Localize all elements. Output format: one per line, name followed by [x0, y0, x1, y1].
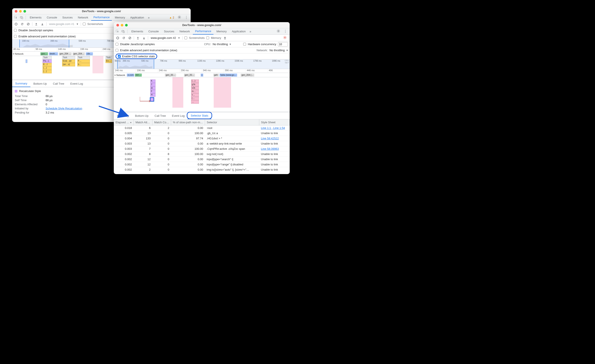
col-stylesheet[interactable]: Style Sheet — [259, 119, 290, 126]
screenshots-checkbox[interactable] — [184, 36, 187, 39]
tab-selector-stats[interactable]: Selector Stats — [188, 112, 211, 119]
table-row[interactable]: 0.00288100.00svg:not(:root)Unable to lin… — [114, 152, 290, 157]
gear-icon[interactable] — [176, 15, 182, 20]
screenshots-checkbox[interactable] — [83, 23, 85, 25]
disable-js-checkbox[interactable] — [115, 43, 118, 46]
selector-stats-table[interactable]: Elapsed … Match Att… Match Co… % of slow… — [114, 119, 290, 172]
tab-bottom-up[interactable]: Bottom-Up — [132, 112, 152, 119]
tab-event-log[interactable]: Event Log — [169, 112, 188, 119]
titlebar[interactable]: DevTools - www.google.com/ — [12, 8, 191, 14]
tab-console[interactable]: Console — [44, 14, 59, 21]
tab-network[interactable]: Network — [177, 28, 192, 35]
net-pill[interactable]: m=… — [135, 74, 142, 77]
tab-call-tree[interactable]: Call Tree — [50, 80, 67, 87]
tab-application[interactable]: Application — [128, 14, 146, 21]
upload-icon[interactable] — [136, 36, 140, 40]
hardware-concurrency-checkbox[interactable] — [243, 43, 246, 46]
issues-badge[interactable]: ▲ 2 — [169, 16, 174, 19]
net-pill[interactable]: gen_20… — [165, 74, 176, 77]
download-icon[interactable] — [142, 36, 146, 40]
tab-memory[interactable]: Memory — [113, 14, 127, 21]
col-elapsed[interactable]: Elapsed … — [114, 119, 134, 126]
hardware-concurrency-input[interactable] — [278, 42, 288, 46]
col-slowpath[interactable]: % of slow-path non-m… — [171, 119, 205, 126]
tab-application[interactable]: Application — [230, 28, 248, 35]
tab-event-log[interactable]: Event Log — [67, 80, 86, 87]
col-match-attempts[interactable]: Match Att… — [134, 119, 152, 126]
net-pill[interactable]: gen_20… — [184, 74, 195, 77]
tab-console[interactable]: Console — [146, 28, 161, 35]
table-row[interactable]: 0.0031300.00a:-webkit-any-link:read-writ… — [114, 141, 290, 146]
more-tabs-icon[interactable]: » — [249, 30, 252, 33]
chevron-down-icon[interactable]: ▾ — [286, 49, 288, 52]
clear-icon[interactable] — [26, 23, 30, 26]
net-pill[interactable]: e.com — [127, 74, 134, 77]
network-track[interactable]: ▸ Network e.com m=… gen_20… gen_20… c ge… — [114, 73, 290, 77]
expand-icon[interactable]: ▸ — [115, 74, 116, 77]
table-row[interactable]: 0.0021200.00input[type="range" i]:disabl… — [114, 162, 290, 167]
clear-icon[interactable] — [128, 36, 132, 40]
table-row[interactable]: 0.004133097.74.HG1dvd > *Line 58:42522 — [114, 136, 290, 141]
kebab-icon[interactable]: ⋮ — [282, 29, 288, 33]
gc-icon[interactable] — [223, 36, 227, 40]
recording-dropdown[interactable]: www.google.com #1 ▾ — [48, 22, 79, 26]
net-pill[interactable]: clie… — [86, 52, 93, 55]
record-icon[interactable] — [115, 36, 120, 40]
reload-icon[interactable] — [122, 36, 126, 40]
tab-sources[interactable]: Sources — [60, 14, 75, 21]
table-row[interactable]: 0.0021200.00input[type="search" i]Unable… — [114, 157, 290, 162]
table-row[interactable]: 0.018620.00:rootLine 1:1 , Line 1:54 — [114, 126, 290, 131]
col-selector[interactable]: Selector — [205, 119, 259, 126]
reload-icon[interactable] — [20, 23, 24, 26]
timeline-overview[interactable]: 96 ms 396 ms 596 ms 796 ms 996 ms 1196 m… — [114, 59, 290, 69]
tab-performance[interactable]: Performance — [193, 28, 213, 35]
net-pill[interactable]: gen_204… — [72, 52, 85, 55]
tab-performance[interactable]: Performance — [91, 14, 112, 21]
chevron-down-icon[interactable]: ▾ — [230, 42, 231, 46]
cpu-value[interactable]: No throttling — [212, 42, 228, 46]
gear-alert-icon[interactable] — [282, 36, 288, 40]
net-pill[interactable]: goo… — [40, 52, 48, 55]
net-pill[interactable]: gen_204 (… — [241, 74, 254, 77]
tab-elements[interactable]: Elements — [28, 14, 44, 21]
gear-icon[interactable] — [275, 29, 281, 33]
net-pill[interactable]: hpba (www.go… — [220, 74, 237, 77]
net-pill[interactable]: gen_204 … — [59, 52, 72, 55]
tab-call-tree[interactable]: Call Tree — [152, 112, 169, 119]
paint-checkbox[interactable] — [115, 49, 118, 52]
upload-icon[interactable] — [34, 23, 38, 26]
disable-js-checkbox[interactable] — [14, 29, 17, 32]
device-icon[interactable] — [121, 30, 126, 33]
kebab-icon[interactable]: ⋮ — [183, 15, 189, 20]
record-icon[interactable] — [14, 23, 18, 26]
tab-bottom-up[interactable]: Bottom-Up — [30, 80, 50, 87]
table-row[interactable]: 0.00370100.00.CqmPRe:active .oXqZxc span… — [114, 146, 290, 152]
net-pill[interactable]: c — [201, 74, 203, 77]
expand-icon[interactable]: ▸ — [13, 52, 14, 55]
table-row[interactable]: 0.002200.00img:is([sizes="auto" i], [siz… — [114, 167, 290, 172]
inspect-icon[interactable] — [14, 16, 18, 19]
css-stats-checkbox[interactable] — [118, 55, 121, 58]
tab-network[interactable]: Network — [76, 14, 91, 21]
tab-sources[interactable]: Sources — [162, 28, 177, 35]
network-value[interactable]: No throttling — [269, 49, 285, 52]
table-row[interactable]: 0.005130100.00.gb_Uc aUnable to link — [114, 131, 290, 136]
tab-memory[interactable]: Memory — [214, 28, 229, 35]
device-icon[interactable] — [19, 16, 24, 19]
net-pill[interactable]: geh — [213, 74, 219, 77]
tab-elements[interactable]: Elements — [129, 28, 145, 35]
timeline-ruler[interactable]: 146 ms 196 ms 246 ms 296 ms 346 ms 396 m… — [114, 69, 290, 73]
download-icon[interactable] — [40, 23, 44, 26]
table-header-row[interactable]: Elapsed … Match Att… Match Co… % of slow… — [114, 119, 290, 126]
inspect-icon[interactable] — [115, 30, 120, 33]
titlebar[interactable]: DevTools - www.google.com/ — [114, 22, 290, 28]
initiated-by-link[interactable]: Schedule Style Recalculation — [46, 107, 82, 110]
tab-summary[interactable]: Summary — [12, 80, 30, 87]
more-tabs-icon[interactable]: » — [147, 16, 150, 19]
flame-chart[interactable]: K J ja F H (…) gJa sJa m… v… (… … — [114, 77, 290, 112]
memory-checkbox[interactable] — [206, 36, 209, 39]
net-pill[interactable]: deskt… — [49, 52, 58, 55]
recording-dropdown[interactable]: www.google.com #2 ▾ — [150, 36, 181, 40]
col-match-count[interactable]: Match Co… — [152, 119, 171, 126]
paint-checkbox[interactable] — [14, 35, 17, 38]
